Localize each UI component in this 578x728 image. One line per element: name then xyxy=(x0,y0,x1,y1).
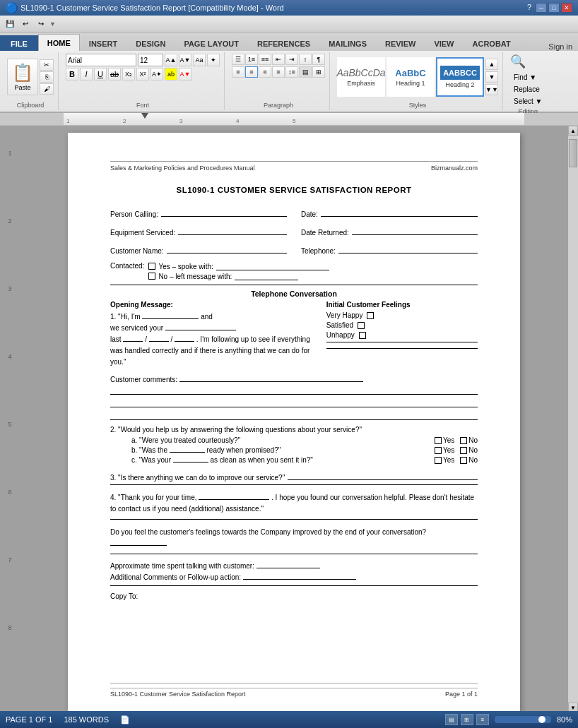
tab-mailings[interactable]: MAILINGS xyxy=(319,35,376,51)
help-icon[interactable]: ? xyxy=(524,3,534,13)
opening-text-1: 1. "Hi, I'm xyxy=(110,313,141,321)
style-heading2[interactable]: AABBCC Heading 2 xyxy=(436,57,484,97)
shading-button[interactable]: ▤ xyxy=(299,66,312,78)
styles-up-button[interactable]: ▲ xyxy=(485,59,498,70)
document[interactable]: Sales & Marketing Policies and Procedure… xyxy=(68,133,520,712)
select-button[interactable]: Select ▼ xyxy=(510,96,545,107)
strikethrough-button[interactable]: ab xyxy=(108,68,121,80)
tab-insert[interactable]: INSERT xyxy=(80,35,126,51)
zoom-slider[interactable] xyxy=(495,716,551,723)
text-effect-button[interactable]: A✦ xyxy=(151,68,163,80)
comment-line-3 xyxy=(110,410,478,420)
q4-blank xyxy=(199,499,269,500)
print-view-button[interactable]: ▤ xyxy=(445,714,458,725)
style-emphasis[interactable]: AaBbCcDa Emphasis xyxy=(337,57,385,97)
font-size-input[interactable] xyxy=(138,54,163,66)
qa-dropdown[interactable]: ▼ xyxy=(49,20,56,28)
format-painter-button[interactable]: 🖌 xyxy=(40,83,54,95)
style-heading1[interactable]: AaBbC Heading 1 xyxy=(387,57,435,97)
scroll-thumb[interactable] xyxy=(569,139,577,167)
borders-button[interactable]: ⊞ xyxy=(312,66,325,78)
align-right-button[interactable]: ≡ xyxy=(259,66,271,78)
undo-button[interactable]: ↩ xyxy=(18,18,33,30)
a-no-checkbox[interactable] xyxy=(460,437,467,444)
tab-design[interactable]: DESIGN xyxy=(126,35,175,51)
superscript-button[interactable]: X² xyxy=(136,68,149,80)
highlight-button[interactable]: ab xyxy=(165,68,177,80)
reading-view-button[interactable]: ≡ xyxy=(476,714,489,725)
grow-font-button[interactable]: A▲ xyxy=(165,54,177,66)
telephone-line xyxy=(338,244,478,253)
form-row-customer-tel: Customer Name: Telephone: xyxy=(110,244,478,255)
font-mid-row: B I U ab X₂ X² A✦ ab A▼ xyxy=(66,68,191,80)
cut-button[interactable]: ✂ xyxy=(40,59,54,71)
change-case-button[interactable]: Aa xyxy=(193,54,206,66)
minimize-button[interactable]: ─ xyxy=(536,3,547,13)
c-yes-checkbox[interactable] xyxy=(435,457,442,464)
bullets-button[interactable]: ☰ xyxy=(232,54,244,65)
quick-access-toolbar: 💾 ↩ ↪ ▼ xyxy=(0,16,578,32)
justify-button[interactable]: ≡ xyxy=(272,66,285,78)
clipboard-content: 📋 Paste ✂ ⎘ 🖌 xyxy=(7,54,54,100)
increase-indent-button[interactable]: ⇥ xyxy=(285,54,298,65)
multilevel-list-button[interactable]: ≡≡ xyxy=(259,54,271,65)
main-area: 1 2 3 4 5 6 7 8 Sales & Marketing Polici… xyxy=(0,126,578,712)
c-no-checkbox[interactable] xyxy=(460,457,467,464)
scroll-up-button[interactable]: ▲ xyxy=(568,126,578,136)
italic-button[interactable]: I xyxy=(80,68,93,80)
tab-view[interactable]: VIEW xyxy=(425,35,463,51)
indent-marker[interactable] xyxy=(141,113,148,120)
clear-format-button[interactable]: ✦ xyxy=(207,54,220,66)
sign-in-button[interactable]: Sign in xyxy=(543,42,578,51)
subscript-button[interactable]: X₂ xyxy=(122,68,135,80)
styles-down-button[interactable]: ▼ xyxy=(485,71,498,83)
tab-home[interactable]: HOME xyxy=(38,34,80,51)
tab-review[interactable]: REVIEW xyxy=(376,35,425,51)
satisfied-checkbox[interactable] xyxy=(358,322,365,329)
align-center-button[interactable]: ≡ xyxy=(245,66,258,78)
line-spacing-button[interactable]: ↕≡ xyxy=(285,66,298,78)
scroll-track[interactable] xyxy=(568,136,578,703)
very-happy-checkbox[interactable] xyxy=(367,312,374,319)
styles-more-button[interactable]: ▼▼ xyxy=(485,84,498,95)
approx-time-label: Approximate time spent talking with cust… xyxy=(110,562,254,570)
b-no-checkbox[interactable] xyxy=(460,447,467,454)
no-checkbox[interactable] xyxy=(148,273,155,280)
show-marks-button[interactable]: ¶ xyxy=(312,54,325,65)
unhappy-checkbox[interactable] xyxy=(359,332,366,339)
underline-button[interactable]: U xyxy=(94,68,107,80)
bold-button[interactable]: B xyxy=(66,68,78,80)
b-yes-checkbox[interactable] xyxy=(435,447,442,454)
yes-checkbox[interactable] xyxy=(148,263,155,270)
tab-acrobat[interactable]: ACROBAT xyxy=(464,35,520,51)
feelings-question-text: Do you feel the customer's feelings towa… xyxy=(110,527,478,549)
font-name-input[interactable] xyxy=(66,54,136,66)
close-button[interactable]: ✕ xyxy=(561,3,572,13)
title-bar-text: SL1090-1 Customer Service Satisfaction R… xyxy=(20,4,284,12)
sort-button[interactable]: ↕ xyxy=(299,54,312,65)
redo-button[interactable]: ↪ xyxy=(34,18,48,30)
question-3-block: 3. "Is there anything we can do to impro… xyxy=(110,471,478,485)
answer-row-a: a. "Were you treated courteously?" Yes N… xyxy=(110,436,478,444)
align-left-button[interactable]: ≡ xyxy=(232,66,244,78)
find-button[interactable]: Find ▼ xyxy=(510,72,540,83)
col-right: Initial Customer Feelings Very Happy Sat… xyxy=(326,301,478,368)
font-color-button[interactable]: A▼ xyxy=(179,68,191,80)
decrease-indent-button[interactable]: ⇤ xyxy=(272,54,285,65)
copy-button[interactable]: ⎘ xyxy=(40,71,54,83)
maximize-button[interactable]: □ xyxy=(548,3,560,13)
shrink-font-button[interactable]: A▼ xyxy=(179,54,191,66)
save-button[interactable]: 💾 xyxy=(3,18,17,30)
replace-button[interactable]: Replace xyxy=(510,84,543,95)
proofing-icon[interactable]: 📄 xyxy=(120,715,130,724)
tab-page-layout[interactable]: PAGE LAYOUT xyxy=(175,35,248,51)
tab-references[interactable]: REFERENCES xyxy=(248,35,319,51)
web-view-button[interactable]: ⊞ xyxy=(461,714,473,725)
paste-button[interactable]: 📋 Paste xyxy=(7,59,38,95)
tab-file[interactable]: FILE xyxy=(0,35,38,51)
b-yes: Yes xyxy=(435,446,454,454)
section-title: Telephone Conversation xyxy=(110,290,478,298)
numbering-button[interactable]: 1≡ xyxy=(245,54,258,65)
vertical-scrollbar[interactable]: ▲ ▼ xyxy=(568,126,578,712)
a-yes-checkbox[interactable] xyxy=(435,437,442,444)
